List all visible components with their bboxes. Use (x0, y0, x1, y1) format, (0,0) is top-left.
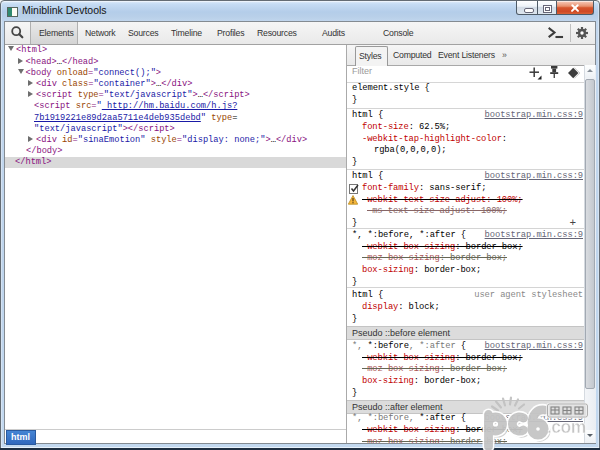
svg-text:.com: .com (547, 417, 586, 437)
